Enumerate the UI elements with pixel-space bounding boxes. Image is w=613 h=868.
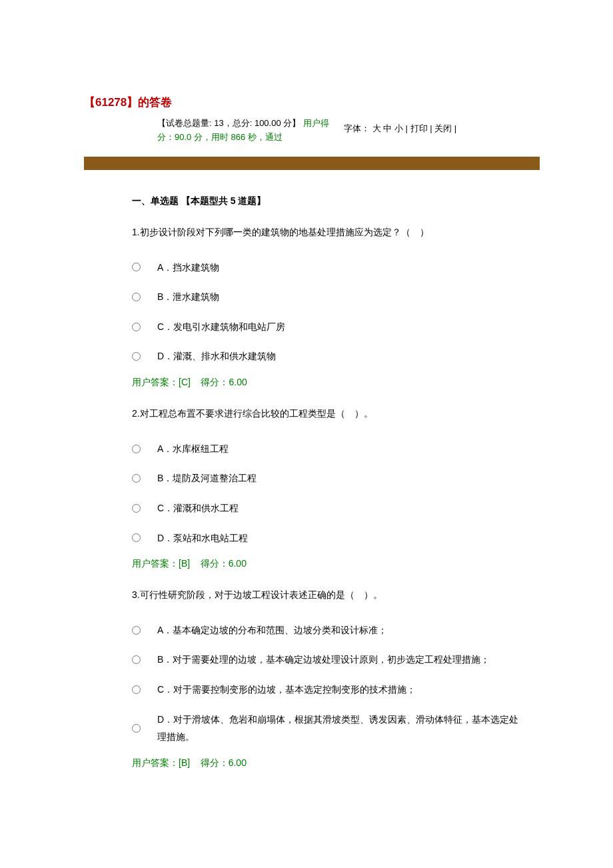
- title-suffix: 】的答卷: [127, 96, 172, 109]
- main-content: 一、单选题 【本题型共 5 道题】 1.初步设计阶段对下列哪一类的建筑物的地基处…: [84, 193, 540, 770]
- option-text: A．挡水建筑物: [153, 259, 526, 277]
- answer-label: 用户答案：: [132, 757, 179, 768]
- question-stem: 1.初步设计阶段对下列哪一类的建筑物的地基处理措施应为选定？（ ）: [132, 225, 526, 239]
- option-row: D．对于滑坡体、危岩和崩塌体，根据其滑坡类型、诱发因素、滑动体特征，基本选定处理…: [132, 711, 526, 746]
- answer-value: [B]: [179, 757, 190, 768]
- option-text: C．发电引水建筑物和电站厂房: [153, 318, 526, 336]
- score-value: 6.00: [229, 558, 247, 569]
- question-stem: 3.可行性研究阶段，对于边坡工程设计表述正确的是（ ）。: [132, 587, 526, 602]
- question-2: 2.对工程总布置不要求进行综合比较的工程类型是（ ）。 A．水库枢纽工程 B．堤…: [132, 406, 526, 571]
- option-radio-d[interactable]: [132, 724, 141, 733]
- question-stem: 2.对工程总布置不要求进行综合比较的工程类型是（ ）。: [132, 406, 526, 421]
- option-text: C．对于需要控制变形的边坡，基本选定控制变形的技术措施；: [153, 681, 526, 699]
- option-text: B．对于需要处理的边坡，基本确定边坡处理设计原则，初步选定工程处理措施；: [153, 651, 526, 669]
- option-row: A．挡水建筑物: [132, 259, 526, 277]
- meta-total: 【试卷总题量: 13，总分: 100.00 分】: [157, 118, 301, 128]
- meta-row: 【试卷总题量: 13，总分: 100.00 分】 用户得 分：90.0 分，用时…: [84, 117, 540, 145]
- option-radio-b[interactable]: [132, 655, 141, 664]
- option-radio-b[interactable]: [132, 293, 141, 301]
- score-label: 得分：: [191, 377, 229, 387]
- meta-user-2b: 90.0 分，用时 866 秒，通过: [175, 132, 283, 142]
- option-radio-b[interactable]: [132, 474, 141, 483]
- option-row: D．泵站和水电站工程: [132, 529, 526, 547]
- option-text: A．水库枢纽工程: [153, 440, 526, 458]
- close-link[interactable]: 关闭: [434, 123, 452, 133]
- answer-label: 用户答案：: [132, 377, 179, 387]
- font-label: 字体：: [344, 123, 370, 133]
- font-size-medium[interactable]: 中: [383, 123, 392, 133]
- sep-1: |: [406, 123, 410, 133]
- section-title: 一、单选题 【本题型共 5 道题】: [132, 193, 526, 208]
- option-row: A．基本确定边坡的分布和范围、边坡分类和设计标准；: [132, 621, 526, 639]
- meta-user-1: 用户得: [303, 118, 329, 128]
- title-id: 61278: [95, 96, 127, 109]
- option-row: C．发电引水建筑物和电站厂房: [132, 318, 526, 336]
- option-radio-c[interactable]: [132, 685, 141, 694]
- option-text: C．灌溉和供水工程: [153, 499, 526, 517]
- option-radio-d[interactable]: [132, 533, 141, 542]
- meta-right: 字体： 大 中 小 | 打印 | 关闭 |: [344, 117, 540, 145]
- question-1: 1.初步设计阶段对下列哪一类的建筑物的地基处理措施应为选定？（ ） A．挡水建筑…: [132, 225, 526, 389]
- option-text: D．灌溉、排水和供水建筑物: [153, 347, 526, 365]
- answer-value: [B]: [179, 558, 190, 569]
- answer-line: 用户答案：[B] 得分：6.00: [132, 556, 526, 571]
- option-text: D．泵站和水电站工程: [153, 529, 526, 547]
- option-radio-c[interactable]: [132, 323, 141, 331]
- option-radio-a[interactable]: [132, 263, 141, 271]
- page-title: 【61278】的答卷: [84, 93, 540, 111]
- option-text: A．基本确定边坡的分布和范围、边坡分类和设计标准；: [153, 621, 526, 639]
- answer-line: 用户答案：[B] 得分：6.00: [132, 755, 526, 770]
- meta-user-2a: 分：: [157, 132, 175, 142]
- option-row: C．对于需要控制变形的边坡，基本选定控制变形的技术措施；: [132, 681, 526, 699]
- option-text: B．堤防及河道整治工程: [153, 469, 526, 487]
- meta-left: 【试卷总题量: 13，总分: 100.00 分】 用户得 分：90.0 分，用时…: [157, 117, 344, 145]
- font-size-large[interactable]: 大: [372, 123, 381, 133]
- score-label: 得分：: [190, 757, 229, 768]
- score-value: 6.00: [229, 377, 247, 387]
- option-text: B．泄水建筑物: [153, 288, 526, 306]
- title-prefix: 【: [84, 96, 95, 109]
- sep-3: |: [454, 123, 456, 133]
- option-radio-c[interactable]: [132, 504, 141, 513]
- font-size-small[interactable]: 小: [394, 123, 403, 133]
- option-row: B．对于需要处理的边坡，基本确定边坡处理设计原则，初步选定工程处理措施；: [132, 651, 526, 669]
- option-radio-d[interactable]: [132, 352, 141, 361]
- option-row: D．灌溉、排水和供水建筑物: [132, 347, 526, 365]
- answer-value: [C]: [179, 377, 191, 387]
- print-link[interactable]: 打印: [410, 123, 428, 133]
- option-radio-a[interactable]: [132, 626, 141, 635]
- option-text: D．对于滑坡体、危岩和崩塌体，根据其滑坡类型、诱发因素、滑动体特征，基本选定处理…: [153, 711, 526, 746]
- divider-bar: [84, 157, 540, 170]
- answer-line: 用户答案：[C] 得分：6.00: [132, 375, 526, 389]
- option-row: A．水库枢纽工程: [132, 440, 526, 458]
- question-3: 3.可行性研究阶段，对于边坡工程设计表述正确的是（ ）。 A．基本确定边坡的分布…: [132, 587, 526, 770]
- score-value: 6.00: [229, 757, 247, 768]
- option-radio-a[interactable]: [132, 445, 141, 453]
- option-row: C．灌溉和供水工程: [132, 499, 526, 517]
- option-row: B．泄水建筑物: [132, 288, 526, 306]
- answer-label: 用户答案：: [132, 558, 179, 569]
- option-row: B．堤防及河道整治工程: [132, 469, 526, 487]
- score-label: 得分：: [190, 558, 229, 569]
